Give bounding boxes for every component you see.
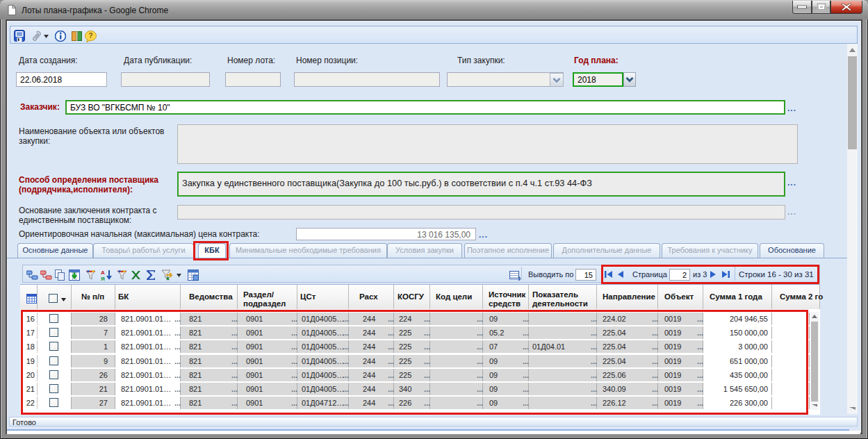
svg-text:А: А — [101, 270, 105, 276]
svg-text:?: ? — [88, 32, 92, 40]
svg-text:Я: Я — [101, 276, 105, 281]
